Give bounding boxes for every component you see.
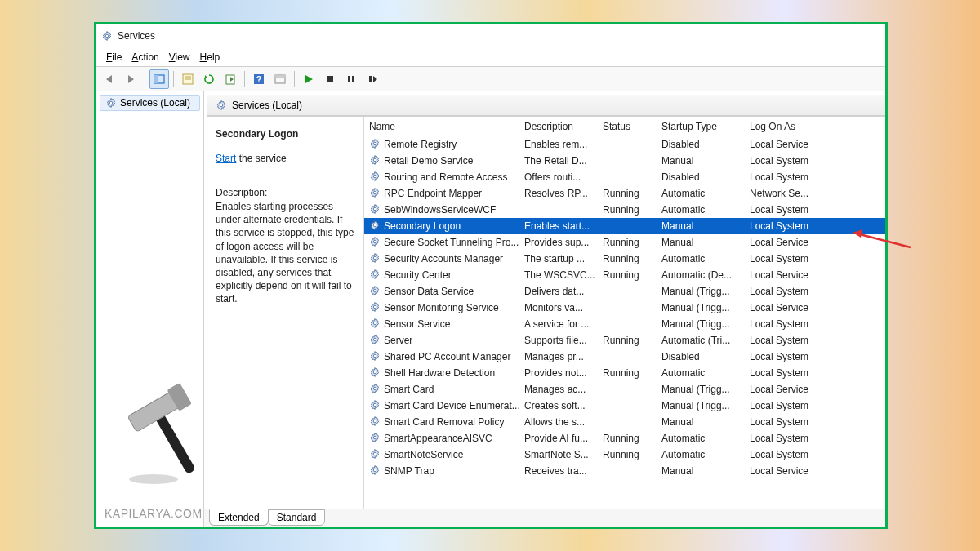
service-startup: Manual <box>657 155 745 167</box>
service-startup: Manual <box>657 465 745 477</box>
service-description: Manages pr... <box>519 351 598 362</box>
service-logon: Local System <box>745 253 830 264</box>
service-row[interactable]: Routing and Remote AccessOffers routi...… <box>364 169 885 185</box>
stop-service-button[interactable] <box>320 69 340 89</box>
service-row[interactable]: Smart Card Device Enumerat...Creates sof… <box>364 398 885 414</box>
service-logon: Local System <box>745 220 830 232</box>
tab-extended[interactable]: Extended <box>209 509 269 526</box>
service-startup: Manual <box>657 220 745 232</box>
service-name: Smart Card Device Enumerat... <box>384 400 519 411</box>
service-row[interactable]: Sensor Monitoring ServiceMonitors va...M… <box>364 300 885 316</box>
service-row[interactable]: Shared PC Account ManagerManages pr...Di… <box>364 349 885 365</box>
service-logon: Local System <box>745 286 830 297</box>
service-logon: Local System <box>745 155 830 167</box>
service-description: A service for ... <box>519 318 598 330</box>
menu-help[interactable]: Help <box>195 50 225 64</box>
menu-action[interactable]: Action <box>127 50 163 64</box>
gear-icon <box>369 383 381 397</box>
titlebar: Services <box>96 24 885 47</box>
svg-rect-3 <box>154 75 158 83</box>
service-row[interactable]: Secure Socket Tunneling Pro...Provides s… <box>364 234 885 251</box>
service-row[interactable]: SNMP TrapReceives tra...ManualLocal Serv… <box>364 463 885 479</box>
gear-icon <box>369 350 381 364</box>
help-button[interactable]: ? <box>249 69 269 89</box>
service-description: Monitors va... <box>519 302 598 313</box>
gear-icon <box>369 203 381 217</box>
service-name: SNMP Trap <box>384 465 434 477</box>
service-row[interactable]: ServerSupports file...RunningAutomatic (… <box>364 332 885 349</box>
service-name: Security Accounts Manager <box>384 253 503 264</box>
col-log-on-as[interactable]: Log On As <box>745 121 830 132</box>
pause-service-button[interactable] <box>341 69 361 89</box>
menu-view[interactable]: View <box>164 50 195 64</box>
toolbar-generic-button[interactable] <box>270 69 290 89</box>
service-name: Sensor Monitoring Service <box>384 302 499 313</box>
restart-service-button[interactable] <box>363 69 382 89</box>
svg-text:?: ? <box>256 74 262 84</box>
gear-icon <box>216 100 227 111</box>
service-row[interactable]: Sensor Data ServiceDelivers dat...Manual… <box>364 283 885 300</box>
service-startup: Automatic <box>657 367 745 379</box>
service-description: SmartNote S... <box>519 449 598 460</box>
menu-file[interactable]: File <box>101 50 127 64</box>
service-logon: Local System <box>745 449 830 460</box>
properties-button[interactable] <box>178 69 198 89</box>
col-description[interactable]: Description <box>519 121 598 132</box>
back-button[interactable] <box>100 69 119 89</box>
description-label: Description: <box>216 187 355 198</box>
tree-item-services-local[interactable]: Services (Local) <box>100 95 200 111</box>
service-row[interactable]: Sensor ServiceA service for ...Manual (T… <box>364 316 885 332</box>
gear-icon <box>369 252 381 266</box>
gear-icon <box>369 220 381 233</box>
action-suffix: the service <box>236 153 286 164</box>
service-row[interactable]: Security Accounts ManagerThe startup ...… <box>364 251 885 267</box>
services-window: Services File Action View Help ? Service… <box>94 22 888 529</box>
col-status[interactable]: Status <box>598 121 657 132</box>
col-name[interactable]: Name <box>364 121 519 132</box>
service-row[interactable]: Smart CardManages ac...Manual (Trigg...L… <box>364 381 885 398</box>
service-name: SmartNoteService <box>384 449 463 460</box>
selected-service-name: Secondary Logon <box>216 128 355 140</box>
col-startup-type[interactable]: Startup Type <box>657 121 745 132</box>
gear-icon <box>369 187 381 201</box>
service-row[interactable]: SmartNoteServiceSmartNote S...RunningAut… <box>364 447 885 463</box>
tree-item-label: Services (Local) <box>117 97 190 109</box>
watermark-text: KAPILARYA.COM <box>105 507 203 520</box>
export-button[interactable] <box>220 69 240 89</box>
start-service-button[interactable] <box>299 69 318 89</box>
toolbar-separator <box>294 71 295 87</box>
service-status: Running <box>598 367 657 379</box>
service-row[interactable]: Security CenterThe WSCSVC...RunningAutom… <box>364 267 885 283</box>
gear-icon <box>369 318 381 331</box>
service-logon: Local Service <box>745 465 830 477</box>
service-name: RPC Endpoint Mapper <box>384 188 482 199</box>
detail-panel: Secondary Logon Start the service Descri… <box>207 117 364 509</box>
service-row[interactable]: SebWindowsServiceWCFRunningAutomaticLoca… <box>364 202 885 218</box>
svg-rect-12 <box>327 76 333 82</box>
gear-icon <box>369 285 381 299</box>
service-row[interactable]: Remote RegistryEnables rem...DisabledLoc… <box>364 136 885 153</box>
rows-container[interactable]: Remote RegistryEnables rem...DisabledLoc… <box>364 136 885 509</box>
view-tabs: Extended Standard <box>204 509 885 527</box>
svg-rect-15 <box>369 76 372 82</box>
show-hide-tree-button[interactable] <box>149 69 169 89</box>
service-row[interactable]: Retail Demo ServiceThe Retail D...Manual… <box>364 153 885 169</box>
service-description: Provide AI fu... <box>519 433 598 444</box>
refresh-button[interactable] <box>199 69 219 89</box>
forward-button[interactable] <box>121 69 140 89</box>
service-logon: Local System <box>745 171 830 183</box>
service-row[interactable]: Secondary LogonEnables start...ManualLoc… <box>364 218 885 234</box>
toolbar-separator <box>145 71 145 87</box>
service-row[interactable]: Smart Card Removal PolicyAllows the s...… <box>364 414 885 430</box>
service-startup: Manual <box>657 237 745 248</box>
service-row[interactable]: RPC Endpoint MapperResolves RP...Running… <box>364 185 885 202</box>
gear-icon <box>369 236 381 250</box>
service-logon: Local Service <box>745 302 830 313</box>
service-status: Running <box>598 237 657 248</box>
service-startup: Manual (Trigg... <box>657 318 745 330</box>
start-link[interactable]: Start <box>216 153 236 164</box>
service-row[interactable]: Shell Hardware DetectionProvides not...R… <box>364 365 885 381</box>
service-logon: Network Se... <box>745 188 830 199</box>
service-row[interactable]: SmartAppearanceAISVCProvide AI fu...Runn… <box>364 430 885 447</box>
tab-standard[interactable]: Standard <box>268 509 326 526</box>
